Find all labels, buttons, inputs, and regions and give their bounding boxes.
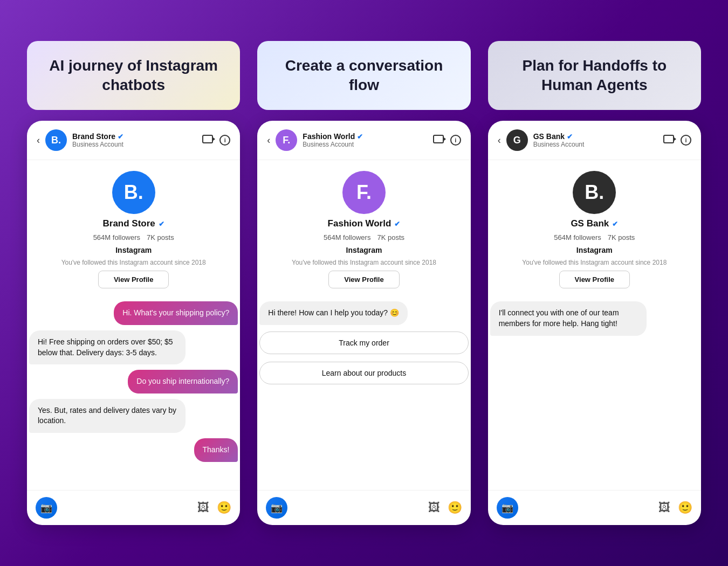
- back-arrow[interactable]: ‹: [267, 135, 270, 146]
- title-2: Create a conversation flow: [274, 56, 453, 95]
- camera-button[interactable]: 📷: [497, 497, 518, 519]
- profile-section: B.Brand Store ✔564M followers7K postsIns…: [27, 160, 240, 297]
- phone-footer: 📷 🖼 🙂: [488, 490, 701, 525]
- profile-section: B.GS Bank ✔564M followers7K postsInstagr…: [488, 160, 701, 297]
- account-name: Brand Store ✔: [72, 132, 197, 141]
- title-card-3: Plan for Handoffs to Human Agents: [488, 41, 701, 111]
- profile-stats: 564M followers7K posts: [93, 233, 174, 241]
- quick-reply-button[interactable]: Learn about our products: [259, 362, 468, 384]
- profile-section: F.Fashion World ✔564M followers7K postsI…: [257, 160, 470, 297]
- header-icons: i: [433, 135, 461, 146]
- profile-stats: 564M followers7K posts: [554, 233, 635, 241]
- sticker-icon[interactable]: 🙂: [448, 501, 462, 515]
- chat-messages: Hi there! How can I help you today? 😊Tra…: [257, 297, 470, 490]
- profile-verified: ✔: [159, 220, 164, 228]
- phone-footer: 📷 🖼 🙂: [257, 490, 470, 525]
- header-info: Fashion World ✔Business Account: [303, 132, 427, 148]
- phone-header-3: ‹GGS Bank ✔Business Account i: [488, 121, 701, 160]
- title-card-1: AI journey of Instagram chatbots: [27, 41, 240, 111]
- account-name: Fashion World ✔: [303, 132, 427, 141]
- header-icons: i: [202, 135, 230, 146]
- posts-count: 7K posts: [377, 233, 404, 241]
- column-2: Create a conversation flow‹F.Fashion Wor…: [257, 41, 470, 526]
- followers-count: 564M followers: [324, 233, 370, 241]
- chat-messages: Hi. What's your shipping policy?Hi! Free…: [27, 297, 240, 490]
- phone-header-1: ‹B.Brand Store ✔Business Account i: [27, 121, 240, 160]
- profile-verified: ✔: [612, 220, 618, 228]
- title-1: AI journey of Instagram chatbots: [44, 56, 223, 95]
- profile-avatar: B.: [112, 171, 155, 214]
- profile-name: GS Bank ✔: [571, 218, 618, 229]
- header-icons: i: [663, 135, 691, 146]
- user-message: Thanks!: [194, 438, 238, 462]
- quick-reply-button[interactable]: Track my order: [259, 332, 468, 354]
- bot-message: Hi! Free shipping on orders over $50; $5…: [29, 330, 186, 364]
- view-profile-button[interactable]: View Profile: [98, 271, 169, 288]
- column-3: Plan for Handoffs to Human Agents‹GGS Ba…: [488, 41, 701, 526]
- verified-badge: ✔: [357, 133, 363, 141]
- phone-card-3: ‹GGS Bank ✔Business Account i B.GS Bank …: [488, 121, 701, 525]
- camera-button[interactable]: 📷: [266, 497, 287, 519]
- sticker-icon[interactable]: 🙂: [678, 501, 692, 515]
- verified-badge: ✔: [567, 133, 573, 141]
- phone-header-2: ‹F.Fashion World ✔Business Account i: [257, 121, 470, 160]
- profile-since: You've followed this Instagram account s…: [522, 259, 667, 266]
- view-profile-button[interactable]: View Profile: [559, 271, 630, 288]
- account-sub: Business Account: [303, 141, 427, 148]
- title-card-2: Create a conversation flow: [257, 41, 470, 111]
- profile-platform: Instagram: [346, 246, 382, 254]
- followers-count: 564M followers: [554, 233, 601, 241]
- footer-icons: 🖼 🙂: [658, 501, 692, 515]
- phone-footer: 📷 🖼 🙂: [27, 490, 240, 525]
- bot-message: Yes. But, rates and delivery dates vary …: [29, 399, 186, 433]
- followers-count: 564M followers: [93, 233, 140, 241]
- profile-avatar: B.: [573, 171, 616, 214]
- footer-icons: 🖼 🙂: [197, 501, 231, 515]
- video-icon[interactable]: [663, 135, 674, 143]
- back-arrow[interactable]: ‹: [37, 135, 40, 146]
- phone-card-1: ‹B.Brand Store ✔Business Account i B.Bra…: [27, 121, 240, 525]
- profile-since: You've followed this Instagram account s…: [292, 259, 436, 266]
- account-sub: Business Account: [72, 141, 197, 148]
- profile-name: Fashion World ✔: [328, 218, 401, 229]
- footer-icons: 🖼 🙂: [428, 501, 462, 515]
- info-icon[interactable]: i: [219, 135, 230, 146]
- posts-count: 7K posts: [608, 233, 635, 241]
- back-arrow[interactable]: ‹: [498, 135, 501, 146]
- info-icon[interactable]: i: [450, 135, 461, 146]
- user-message: Do you ship internationally?: [128, 370, 238, 394]
- profile-verified: ✔: [394, 220, 400, 228]
- video-icon[interactable]: [202, 135, 213, 143]
- profile-platform: Instagram: [115, 246, 152, 254]
- account-name: GS Bank ✔: [533, 132, 658, 141]
- profile-since: You've followed this Instagram account s…: [61, 259, 206, 266]
- gallery-icon[interactable]: 🖼: [658, 501, 670, 515]
- camera-button[interactable]: 📷: [36, 497, 57, 519]
- sticker-icon[interactable]: 🙂: [217, 501, 231, 515]
- title-3: Plan for Handoffs to Human Agents: [505, 56, 684, 95]
- bot-message: Hi there! How can I help you today? 😊: [259, 301, 408, 325]
- header-info: Brand Store ✔Business Account: [72, 132, 197, 148]
- user-message: Hi. What's your shipping policy?: [114, 301, 238, 325]
- column-1: AI journey of Instagram chatbots‹B.Brand…: [27, 41, 240, 526]
- view-profile-button[interactable]: View Profile: [328, 271, 399, 288]
- verified-badge: ✔: [118, 133, 123, 141]
- header-avatar: G: [506, 129, 528, 151]
- profile-avatar: F.: [342, 171, 386, 214]
- account-sub: Business Account: [533, 141, 658, 148]
- profile-name: Brand Store ✔: [103, 218, 164, 229]
- main-container: AI journey of Instagram chatbots‹B.Brand…: [11, 25, 717, 542]
- info-icon[interactable]: i: [681, 135, 691, 146]
- header-avatar: B.: [45, 129, 67, 151]
- header-avatar: F.: [276, 129, 297, 151]
- gallery-icon[interactable]: 🖼: [197, 501, 209, 515]
- bot-message: I'll connect you with one of our team me…: [490, 301, 647, 335]
- video-icon[interactable]: [433, 135, 444, 143]
- profile-stats: 564M followers7K posts: [324, 233, 404, 241]
- chat-messages: I'll connect you with one of our team me…: [488, 297, 701, 490]
- header-info: GS Bank ✔Business Account: [533, 132, 658, 148]
- phone-card-2: ‹F.Fashion World ✔Business Account i F.F…: [257, 121, 470, 525]
- profile-platform: Instagram: [576, 246, 613, 254]
- posts-count: 7K posts: [147, 233, 174, 241]
- gallery-icon[interactable]: 🖼: [428, 501, 440, 515]
